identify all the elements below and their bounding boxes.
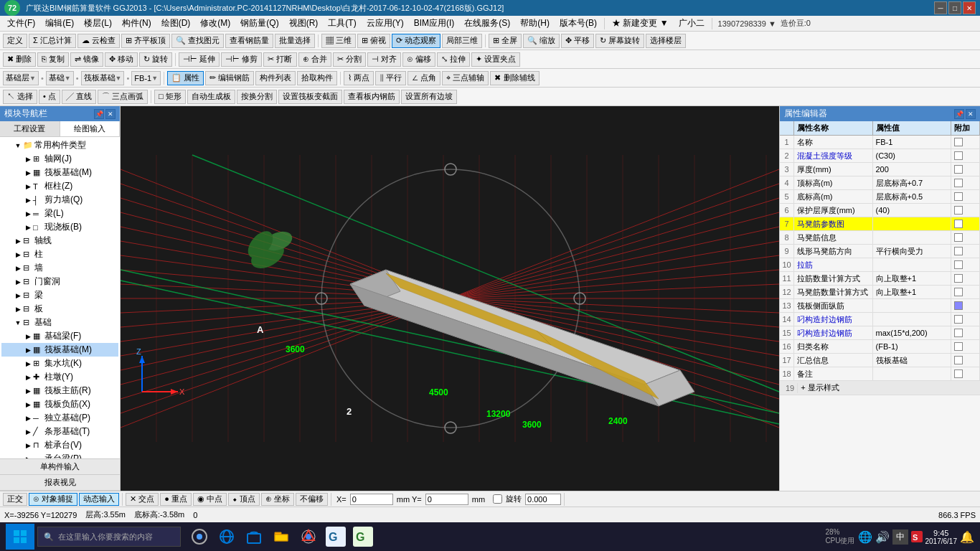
prop-value-5[interactable]: 层底标高+0.5: [873, 190, 952, 203]
btn-point-angle[interactable]: ∠ 点角: [407, 71, 440, 85]
tree-node-slab-cat[interactable]: ▶ ⊟ 板: [1, 302, 118, 316]
prop-value-13[interactable]: [873, 299, 952, 312]
prop-value-10[interactable]: [873, 258, 952, 271]
prop-name-14[interactable]: 叼构造封边钢筋: [794, 313, 873, 326]
btn-rect[interactable]: □ 矩形: [154, 90, 186, 104]
prop-value-4[interactable]: 层底标高+0.7: [873, 176, 952, 189]
menu-view[interactable]: 视图(R): [285, 17, 323, 30]
btn-stretch[interactable]: ⤡ 拉伸: [437, 52, 470, 67]
menu-floor[interactable]: 楼层(L): [80, 17, 116, 30]
btn-single-component[interactable]: 单构件输入: [0, 459, 120, 475]
task-icon-ie[interactable]: [214, 524, 240, 550]
tree-node-sump[interactable]: ▶ ⊞ 集水坑(K): [1, 357, 118, 370]
menu-tools[interactable]: 工具(T): [324, 17, 360, 30]
btn-line[interactable]: ╱ 直线: [62, 90, 96, 104]
tree-node-raft-main-bar[interactable]: ▶ ▦ 筏板主筋(R): [1, 384, 118, 397]
btn-top-view[interactable]: ⊞ 俯视: [357, 34, 390, 48]
tree-node-raft1[interactable]: ▶ ▦ 筏板基础(M): [1, 166, 118, 179]
dropdown-component[interactable]: FB-1 ▼: [131, 71, 161, 85]
btn-break[interactable]: ✂ 打断: [263, 52, 296, 67]
btn-delete[interactable]: ✖ 删除: [3, 52, 36, 67]
btn-partial-3d[interactable]: 局部三维: [442, 34, 482, 48]
btn-calc-total[interactable]: Σ 汇总计算: [29, 34, 76, 48]
menu-file[interactable]: 文件(F): [3, 17, 39, 30]
x-input[interactable]: [350, 494, 393, 505]
btn-extend[interactable]: ⊣⊢ 延伸: [179, 52, 220, 67]
nav-close-button[interactable]: ✕: [105, 109, 116, 119]
btn-pick-component[interactable]: 拾取构件: [297, 71, 337, 85]
btn-component-list[interactable]: 构件列表: [255, 71, 296, 85]
tree-node-cast-slab[interactable]: ▶ □ 现浇板(B): [1, 220, 118, 234]
prop-value-8[interactable]: [873, 231, 952, 244]
btn-zoom[interactable]: 🔍 缩放: [523, 34, 560, 48]
prop-expand-label[interactable]: + 显示样式: [798, 382, 977, 394]
menu-cloud[interactable]: 云应用(Y): [362, 17, 408, 30]
btn-report-view[interactable]: 报表视见: [0, 475, 120, 491]
maximize-button[interactable]: □: [948, 1, 961, 14]
btn-three-point-aux[interactable]: ⌖ 三点辅轴: [442, 71, 489, 85]
btn-split[interactable]: ✂ 分割: [333, 52, 366, 67]
menu-help[interactable]: 帮助(H): [516, 17, 554, 30]
tree-node-shear-wall[interactable]: ▶ ┤ 剪力墙(Q): [1, 193, 118, 207]
task-icon-cortana[interactable]: [187, 524, 212, 550]
prop-value-6[interactable]: (40): [873, 204, 952, 217]
start-button[interactable]: [6, 524, 34, 550]
btn-3d[interactable]: ▦ 三维: [321, 34, 356, 48]
dropdown-category[interactable]: 基础 ▼: [46, 71, 74, 85]
task-icon-file[interactable]: [268, 524, 294, 550]
btn-view-slab-rebar[interactable]: 查看板内钢筋: [344, 90, 400, 104]
btn-property[interactable]: 📋 属性: [167, 71, 204, 85]
tree-node-found-beam[interactable]: ▶ ▦ 基础梁(F): [1, 329, 118, 343]
btn-delete-aux[interactable]: ✖ 删除辅线: [490, 71, 539, 85]
prop-name-2[interactable]: 混凝土强度等级: [794, 149, 873, 162]
btn-screen-rotate[interactable]: ↻ 屏幕旋转: [595, 34, 644, 48]
menu-new-change[interactable]: ★ 新建变更 ▼: [608, 17, 673, 30]
tree-node-raft-found[interactable]: ▶ ▦ 筏板基础(M): [1, 343, 118, 357]
tree-node-raft-neg-bar[interactable]: ▶ ▦ 筏板负筋(X): [1, 397, 118, 411]
btn-point-draw[interactable]: • 点: [39, 90, 60, 104]
btn-cloud-check[interactable]: ☁ 云检查: [77, 34, 120, 48]
prop-value-16[interactable]: (FB-1): [873, 340, 952, 353]
btn-parallel[interactable]: ∥ 平行: [375, 71, 406, 85]
btn-set-all-slope[interactable]: 设置所有边坡: [401, 90, 457, 104]
btn-fullscreen[interactable]: ⊞ 全屏: [489, 34, 522, 48]
btn-dynamic-view[interactable]: ⟳ 动态观察: [392, 34, 440, 48]
task-icon-ggj2013[interactable]: G: [323, 524, 349, 550]
btn-no-offset[interactable]: 不偏移: [296, 493, 328, 506]
btn-batch-select[interactable]: 批量选择: [275, 34, 315, 48]
btn-align-top[interactable]: ⊞ 齐平板顶: [121, 34, 170, 48]
prop-value-12[interactable]: 向上取整+1: [873, 286, 952, 298]
menu-draw[interactable]: 绘图(D): [157, 17, 195, 30]
btn-split-by-change[interactable]: 按换分割: [237, 90, 277, 104]
tree-node-column-cat[interactable]: ▶ ⊟ 柱: [1, 248, 118, 261]
tree-node-opening[interactable]: ▶ ⊟ 门窗洞: [1, 275, 118, 288]
prop-value-2[interactable]: (C30): [873, 149, 952, 162]
notification-icon[interactable]: 🔔: [960, 530, 974, 544]
btn-align[interactable]: ⊣ 对齐: [367, 52, 401, 67]
nav-pin-button[interactable]: 📌: [94, 109, 104, 119]
btn-edit-rebar[interactable]: ✏ 编辑钢筋: [205, 71, 254, 85]
rotate-checkbox[interactable]: [493, 494, 502, 504]
tree-node-beam[interactable]: ▶ ═ 梁(L): [1, 207, 118, 220]
btn-define[interactable]: 定义: [3, 34, 27, 48]
dropdown-type[interactable]: 筏板基础 ▼: [81, 71, 125, 85]
prop-value-18[interactable]: [873, 367, 952, 380]
prop-row-19[interactable]: 19 + 显示样式: [780, 381, 980, 395]
btn-move[interactable]: ✥ 移动: [105, 52, 138, 67]
ime-indicator[interactable]: 中: [892, 529, 908, 545]
btn-select-floor[interactable]: 选择楼层: [646, 34, 686, 48]
tree-node-isolated-found[interactable]: ▶ ─ 独立基础(P): [1, 411, 118, 425]
prop-close-button[interactable]: ✕: [966, 109, 976, 119]
prop-value-17[interactable]: 筏板基础: [873, 354, 952, 367]
btn-offset[interactable]: ⊙ 偏移: [402, 52, 435, 67]
btn-arc[interactable]: ⌒ 三点画弧: [98, 90, 148, 104]
btn-rotate[interactable]: ↻ 旋转: [139, 52, 172, 67]
btn-find-element[interactable]: 🔍 查找图元: [171, 34, 224, 48]
btn-merge[interactable]: ⊕ 合并: [298, 52, 331, 67]
prop-value-1[interactable]: FB-1: [873, 136, 952, 149]
btn-object-snap[interactable]: ⊙ 对象捕捉: [29, 493, 77, 506]
tree-node-pedestal[interactable]: ▶ ✚ 柱墩(Y): [1, 370, 118, 384]
menu-online[interactable]: 在线服务(S): [460, 17, 514, 30]
dropdown-floor[interactable]: 基础层 ▼: [3, 71, 39, 85]
system-clock[interactable]: 9:45 2017/6/17: [925, 529, 958, 545]
